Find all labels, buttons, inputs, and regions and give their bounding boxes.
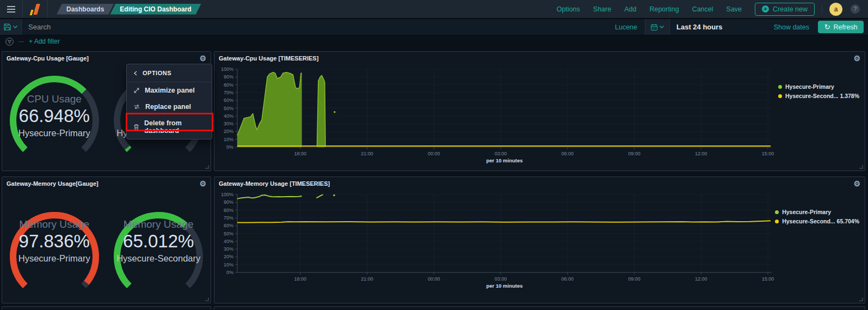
avatar[interactable]: a [829, 3, 842, 16]
panel-title[interactable]: Gateway-Memory Usage [TIMESERIES] [219, 180, 330, 187]
nav-link-share[interactable]: Share [593, 5, 611, 13]
legend-dot [775, 220, 779, 223]
svg-text:40%: 40% [224, 113, 233, 119]
svg-text:10%: 10% [224, 137, 233, 142]
svg-text:80%: 80% [224, 82, 233, 88]
panel-cpu-timeseries: Gateway-Cpu Usage [TIMESERIES] ⚙ 18:0021… [214, 51, 865, 171]
filter-dash [19, 41, 24, 42]
svg-text:15:00: 15:00 [762, 276, 774, 282]
help-icon[interactable]: ? [851, 4, 860, 14]
nav-link-reporting[interactable]: Reporting [649, 5, 679, 13]
legend-item[interactable]: Hysecure-Primary [775, 209, 859, 215]
svg-text:90%: 90% [224, 74, 233, 80]
menu-item-replace-panel[interactable]: Replace panel [127, 99, 212, 115]
chevron-down-icon [13, 26, 17, 28]
svg-text:12:00: 12:00 [695, 276, 707, 282]
gear-icon[interactable]: ⚙ [199, 54, 206, 62]
svg-text:60%: 60% [224, 223, 233, 228]
svg-text:0%: 0% [226, 270, 233, 275]
time-range-section: Last 24 hours Show dates [670, 19, 816, 35]
gauge-arc [5, 71, 103, 165]
dashboard-canvas: Gateway-Cpu Usage [Gauge] ⚙ CPU Usage 66… [0, 47, 868, 309]
add-filter-link[interactable]: + Add filter [29, 38, 60, 45]
calendar-icon [651, 24, 657, 31]
trash-icon [133, 124, 139, 130]
nav-link-add[interactable]: Add [624, 5, 636, 13]
panel-menu-items: Maximize panelReplace panelDelete from d… [127, 82, 212, 139]
menu-toggle-button[interactable] [0, 0, 23, 18]
legend-dot [775, 210, 779, 214]
search-input[interactable] [22, 19, 607, 35]
timeseries-chart[interactable]: 18:0021:0000:0003:0006:0009:0012:0015:00… [214, 189, 775, 290]
nav-link-options[interactable]: Options [557, 5, 580, 13]
svg-text:80%: 80% [224, 208, 233, 213]
show-dates-link[interactable]: Show dates [774, 23, 809, 31]
refresh-button[interactable]: ↻ Refresh [818, 21, 864, 33]
nav-link-save[interactable]: Save [727, 5, 742, 13]
legend-item[interactable]: Hysecure-Second... 1.378% [778, 93, 859, 99]
resize-handle[interactable] [859, 297, 863, 301]
breadcrumb-editing-dashboard: Editing CIO Dashboard [110, 4, 201, 15]
svg-text:30%: 30% [224, 246, 233, 252]
next-panel-sliver [2, 306, 211, 309]
panel-memory-gauge: Gateway-Memory Usage[Gauge] ⚙ Memory Usa… [2, 177, 211, 303]
nav-divider [822, 4, 822, 15]
filter-bar: + Add filter [0, 35, 868, 47]
svg-text:0%: 0% [226, 144, 233, 150]
date-picker-menu-button[interactable] [645, 19, 670, 35]
menu-header-back[interactable]: OPTIONS [127, 64, 212, 82]
breadcrumb-dashboards[interactable]: Dashboards [57, 4, 114, 15]
svg-text:50%: 50% [224, 106, 233, 111]
chevron-down-icon [660, 26, 664, 28]
create-new-label: Create new [773, 5, 808, 13]
svg-text:09:00: 09:00 [628, 151, 641, 156]
create-new-button[interactable]: + Create new [755, 3, 815, 16]
svg-text:60%: 60% [224, 98, 233, 103]
panel-title[interactable]: Gateway-Cpu Usage [TIMESERIES] [219, 55, 318, 62]
query-bar: Lucene Last 24 hours Show dates ↻ Refres… [0, 19, 868, 35]
svg-text:50%: 50% [224, 231, 233, 236]
legend-item[interactable]: Hysecure-Primary [778, 83, 859, 90]
svg-text:20%: 20% [224, 129, 233, 134]
chart-legend: Hysecure-PrimaryHysecure-Second... 1.378… [778, 83, 859, 102]
svg-text:10%: 10% [224, 262, 233, 268]
svg-text:00:00: 00:00 [428, 276, 440, 282]
svg-text:15:00: 15:00 [762, 151, 774, 156]
menu-item-maximize-panel[interactable]: Maximize panel [127, 82, 212, 99]
nav-link-cancel[interactable]: Cancel [692, 5, 713, 13]
resize-handle[interactable] [205, 297, 209, 301]
resize-handle[interactable] [859, 165, 863, 169]
query-language-button[interactable]: Lucene [607, 19, 645, 35]
refresh-label: Refresh [834, 23, 858, 31]
plus-circle-icon: + [762, 5, 769, 13]
svg-text:per 10 minutes: per 10 minutes [486, 283, 522, 289]
menu-item-delete-from-dashboard[interactable]: Delete from dashboard [127, 115, 212, 139]
resize-handle[interactable] [205, 165, 209, 169]
menu-header-label: OPTIONS [143, 70, 171, 76]
breadcrumb: Dashboards Editing CIO Dashboard [57, 4, 201, 15]
legend-item[interactable]: Hysecure-Second... 65.704% [775, 218, 859, 224]
gear-icon[interactable]: ⚙ [853, 180, 860, 187]
svg-text:00:00: 00:00 [428, 151, 440, 156]
hamburger-icon [7, 6, 15, 13]
timeseries-chart[interactable]: 18:0021:0000:0003:0006:0009:0012:0015:00… [214, 64, 775, 165]
panel-title[interactable]: Gateway-Cpu Usage [Gauge] [7, 55, 89, 62]
saved-query-menu-button[interactable] [0, 19, 22, 35]
legend-dot [778, 85, 782, 89]
gear-icon[interactable]: ⚙ [853, 54, 860, 62]
gauge-memory-primary: Memory Usage 97.836% Hysecure-Primary [2, 189, 107, 301]
gauge-arc [109, 208, 207, 301]
svg-text:100%: 100% [221, 66, 233, 72]
gauge-cpu-primary: CPU Usage 66.948% Hysecure-Primary [2, 64, 107, 165]
svg-text:90%: 90% [224, 199, 233, 205]
refresh-icon: ↻ [824, 23, 830, 31]
svg-text:70%: 70% [224, 215, 233, 221]
time-range-value[interactable]: Last 24 hours [676, 23, 723, 31]
svg-text:18:00: 18:00 [294, 276, 307, 282]
save-icon [4, 23, 11, 31]
panel-title[interactable]: Gateway-Memory Usage[Gauge] [7, 180, 99, 187]
svg-text:per 10 minutes: per 10 minutes [486, 157, 522, 163]
gear-icon[interactable]: ⚙ [199, 180, 206, 187]
svg-text:21:00: 21:00 [361, 276, 373, 282]
svg-text:40%: 40% [224, 239, 233, 244]
